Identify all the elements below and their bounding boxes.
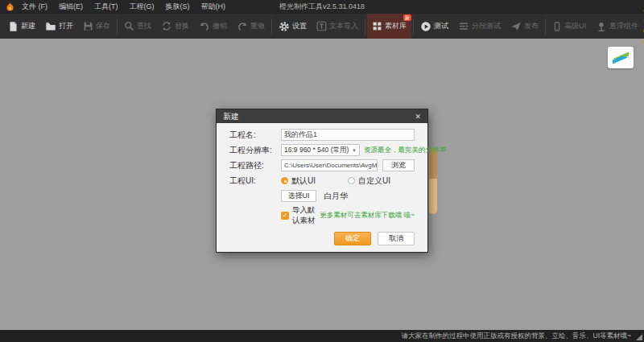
- open-icon: [45, 21, 56, 31]
- save-icon: [83, 21, 93, 31]
- menu-help[interactable]: 帮助(H): [201, 2, 226, 12]
- project-name-input[interactable]: 我的作品1: [281, 129, 415, 141]
- engine-logo-icon: [608, 47, 634, 68]
- toolbar-button-label: 查找: [137, 21, 151, 31]
- toolbar-button-label: 悬浮组件: [609, 21, 638, 31]
- advanced-ui-icon: [552, 21, 562, 32]
- import-materials-label: 导入默认素材: [292, 205, 316, 226]
- project-name-row: 工程名: 我的作品1: [229, 129, 415, 141]
- title-bar: 文件 (F)编辑(E)工具(T)工程(G)换肤(S)帮助(H) 橙光制作工具v2…: [0, 0, 644, 14]
- settings-icon: [279, 21, 290, 32]
- menu-edit[interactable]: 编辑(E): [59, 2, 83, 12]
- import-materials-hint[interactable]: 更多素材可去素材库下载哦 喵~: [320, 211, 415, 220]
- segment-test-icon: [458, 21, 469, 31]
- toolbar-button-label: 撤销: [213, 21, 227, 31]
- path-row: 工程路径: C:\Users\User\Documents\AvgMakerOr…: [229, 159, 415, 171]
- toolbar-button-label: 保存: [96, 21, 110, 31]
- chevron-down-icon: ▼: [352, 148, 357, 153]
- cancel-button[interactable]: 取消: [378, 232, 415, 245]
- material-library-icon: [372, 21, 382, 31]
- project-path-input[interactable]: C:\Users\User\Documents\AvgMakerOrange\我…: [281, 159, 378, 171]
- toolbar-button-label: 素材库: [385, 21, 407, 31]
- custom-ui-radio-label: 自定义UI: [358, 175, 390, 187]
- dialog-title: 新建: [223, 111, 239, 122]
- new-icon: [8, 21, 19, 32]
- publish-icon: [510, 21, 522, 31]
- toolbar-button-new[interactable]: 新建: [3, 14, 40, 39]
- default-ui-radio[interactable]: [281, 177, 288, 184]
- toolbar-button-redo: 重做: [232, 14, 270, 39]
- import-materials-row: ✓ 导入默认素材 更多素材可去素材库下载哦 喵~: [281, 205, 415, 226]
- toolbar-separator: [271, 19, 272, 35]
- replace-icon: [161, 21, 172, 31]
- close-icon[interactable]: ✕: [410, 113, 421, 121]
- text-import-icon: [316, 21, 327, 31]
- new-project-dialog: 新建 ✕ 工程名: 我的作品1 工程分辨率: 16:9 960 * 540 (常…: [216, 109, 428, 253]
- toolbar-button-label: 高级UI: [564, 21, 586, 31]
- redo-icon: [237, 21, 248, 31]
- toolbar-button-label: 替换: [175, 21, 189, 31]
- undo-icon: [199, 21, 210, 31]
- toolbar-button-publish: 发布: [506, 14, 543, 39]
- toolbar-separator: [365, 19, 365, 35]
- select-ui-row: 选择UI 白月华: [281, 190, 415, 202]
- menu-project[interactable]: 工程(G): [130, 2, 155, 12]
- dialog-title-bar[interactable]: 新建 ✕: [217, 109, 427, 123]
- toolbar-separator: [413, 19, 414, 35]
- new-badge: 新: [403, 14, 411, 21]
- toolbar-button-find: 查找: [119, 14, 156, 39]
- toolbar-button-label: 发布: [524, 21, 539, 31]
- toolbar-button-undo: 撤销: [194, 14, 232, 39]
- ui-theme-name: 白月华: [324, 191, 348, 202]
- project-path-label: 工程路径:: [229, 160, 281, 171]
- status-bar: 请大家在制作的过程中使用正版或有授权的背景、立绘、音乐、UI等素材哦~: [0, 330, 644, 342]
- toolbar-button-save: 保存: [78, 14, 115, 39]
- import-materials-checkbox[interactable]: ✓: [281, 212, 289, 220]
- menu-bar: 文件 (F)编辑(E)工具(T)工程(G)换肤(S)帮助(H): [22, 2, 225, 12]
- menu-tools[interactable]: 工具(T): [94, 2, 118, 12]
- menu-file[interactable]: 文件 (F): [22, 2, 47, 12]
- toolbar-button-label: 打开: [59, 21, 73, 31]
- menu-skin[interactable]: 换肤(S): [166, 2, 190, 12]
- toolbar-buttons: 新建打开保存查找替换撤销重做设置文本导入素材库新测试分段测试发布高级UI悬浮组件: [3, 14, 643, 39]
- project-ui-row: 工程UI: 默认UI 自定义UI: [229, 175, 415, 187]
- toolbar-button-floating-component: 悬浮组件: [591, 14, 643, 39]
- toolbar-button-label: 重做: [250, 21, 265, 31]
- select-ui-button[interactable]: 选择UI: [281, 190, 316, 202]
- toolbar-button-test[interactable]: 测试: [415, 14, 453, 39]
- resolution-select[interactable]: 16:9 960 * 540 (常用) ▼: [281, 144, 360, 156]
- toolbar-button-advanced-ui: 高级UI: [547, 14, 591, 39]
- toolbar-separator: [545, 19, 546, 35]
- project-ui-label: 工程UI:: [229, 175, 281, 187]
- resolution-hint: 资源最全，最完美的分辨率: [364, 146, 446, 155]
- toolbar-button-label: 新建: [21, 21, 35, 31]
- browse-button[interactable]: 浏览: [382, 159, 415, 171]
- toolbar-button-segment-test: 分段测试: [453, 14, 506, 39]
- floating-component-icon: [596, 21, 607, 32]
- test-icon: [420, 21, 431, 32]
- resolution-row: 工程分辨率: 16:9 960 * 540 (常用) ▼ 资源最全，最完美的分辨…: [229, 144, 415, 156]
- toolbar-button-label: 设置: [292, 21, 307, 31]
- toolbar-button-label: 测试: [434, 21, 448, 31]
- project-name-label: 工程名:: [229, 130, 281, 141]
- resize-grip[interactable]: [636, 334, 642, 340]
- toolbar-button-material-library[interactable]: 素材库新: [367, 14, 411, 39]
- background-scrollbar: [429, 148, 437, 214]
- toolbar-button-label: 文本导入: [329, 21, 358, 31]
- default-ui-radio-label: 默认UI: [291, 175, 316, 187]
- toolbar-button-text-import: 文本导入: [312, 14, 363, 39]
- copyright-notice: 请大家在制作的过程中使用正版或有授权的背景、立绘、音乐、UI等素材哦~: [402, 332, 631, 341]
- custom-ui-radio[interactable]: [348, 177, 355, 184]
- dialog-body: 工程名: 我的作品1 工程分辨率: 16:9 960 * 540 (常用) ▼ …: [217, 123, 427, 252]
- dialog-buttons: 确定 取消: [229, 232, 415, 245]
- toolbar-button-label: 分段测试: [472, 21, 501, 31]
- toolbar-button-open[interactable]: 打开: [40, 14, 78, 39]
- toolbar-button-settings[interactable]: 设置: [274, 14, 312, 39]
- toolbar-button-replace: 替换: [156, 14, 194, 39]
- ok-button[interactable]: 确定: [334, 232, 371, 245]
- resolution-label: 工程分辨率:: [229, 145, 281, 156]
- toolbar-separator: [117, 19, 118, 35]
- toolbar: 新建打开保存查找替换撤销重做设置文本导入素材库新测试分段测试发布高级UI悬浮组件…: [0, 14, 644, 39]
- resolution-value: 16:9 960 * 540 (常用): [284, 146, 349, 155]
- find-icon: [124, 21, 134, 31]
